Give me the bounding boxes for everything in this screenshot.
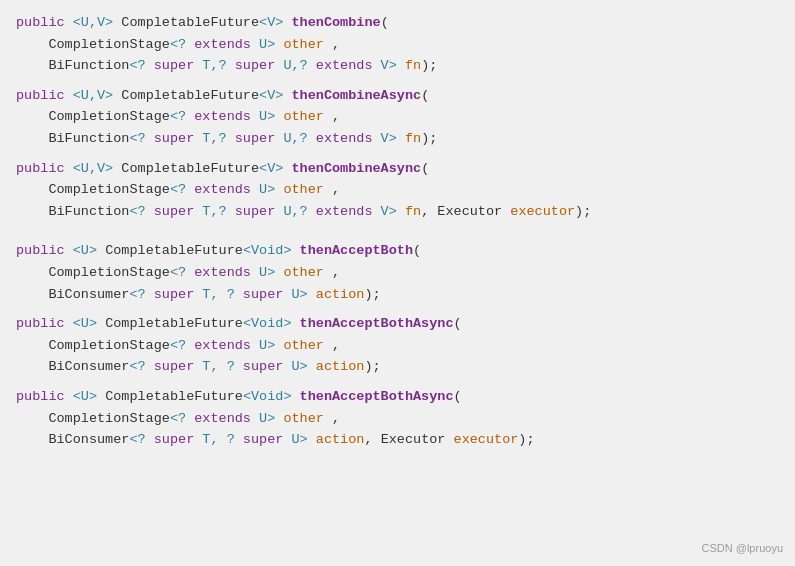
code-block-2: public <U,V> CompletableFuture<V> thenCo… xyxy=(16,85,779,150)
line-2-3: BiFunction<? super T,? super U,? extends… xyxy=(16,128,779,150)
line-1-3: BiFunction<? super T,? super U,? extends… xyxy=(16,55,779,77)
line-1-2: CompletionStage<? extends U> other , xyxy=(16,34,779,56)
code-container: public <U,V> CompletableFuture<V> thenCo… xyxy=(0,0,795,566)
line-6-1: public <U> CompletableFuture<Void> thenA… xyxy=(16,386,779,408)
code-block-4: public <U> CompletableFuture<Void> thenA… xyxy=(16,240,779,305)
line-3-1: public <U,V> CompletableFuture<V> thenCo… xyxy=(16,158,779,180)
line-5-1: public <U> CompletableFuture<Void> thenA… xyxy=(16,313,779,335)
watermark: CSDN @lpruoyu xyxy=(702,540,783,558)
line-4-2: CompletionStage<? extends U> other , xyxy=(16,262,779,284)
spacer xyxy=(16,230,779,240)
line-6-2: CompletionStage<? extends U> other , xyxy=(16,408,779,430)
line-3-2: CompletionStage<? extends U> other , xyxy=(16,179,779,201)
line-2-1: public <U,V> CompletableFuture<V> thenCo… xyxy=(16,85,779,107)
code-block-6: public <U> CompletableFuture<Void> thenA… xyxy=(16,386,779,451)
code-block-5: public <U> CompletableFuture<Void> thenA… xyxy=(16,313,779,378)
line-6-3: BiConsumer<? super T, ? super U> action,… xyxy=(16,429,779,451)
line-4-1: public <U> CompletableFuture<Void> thenA… xyxy=(16,240,779,262)
line-1-1: public <U,V> CompletableFuture<V> thenCo… xyxy=(16,12,779,34)
line-5-3: BiConsumer<? super T, ? super U> action)… xyxy=(16,356,779,378)
line-4-3: BiConsumer<? super T, ? super U> action)… xyxy=(16,284,779,306)
line-5-2: CompletionStage<? extends U> other , xyxy=(16,335,779,357)
code-block-3: public <U,V> CompletableFuture<V> thenCo… xyxy=(16,158,779,223)
line-2-2: CompletionStage<? extends U> other , xyxy=(16,106,779,128)
code-block-1: public <U,V> CompletableFuture<V> thenCo… xyxy=(16,12,779,77)
line-3-3: BiFunction<? super T,? super U,? extends… xyxy=(16,201,779,223)
